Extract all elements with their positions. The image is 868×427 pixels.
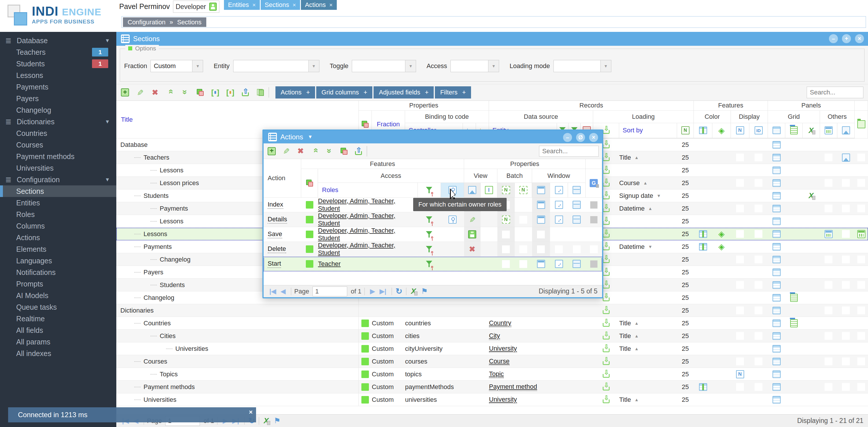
checkbox-cell[interactable] — [857, 153, 865, 161]
checkbox-cell[interactable] — [754, 141, 763, 149]
toolbar-button-adjusted-fields[interactable]: Adjusted fields+ — [374, 86, 434, 98]
group-header-grid2[interactable] — [785, 123, 803, 138]
flag-icon[interactable] — [421, 287, 429, 295]
checkbox-cell[interactable] — [754, 166, 763, 174]
checkbox-cell[interactable] — [857, 179, 865, 187]
key-icon[interactable] — [448, 216, 457, 224]
expand-icon[interactable] — [555, 201, 563, 209]
folder-icon[interactable] — [857, 120, 865, 128]
upload-button[interactable] — [241, 88, 249, 96]
header-gspacer[interactable] — [586, 159, 602, 169]
tree-title-cell[interactable]: Universities — [116, 393, 359, 406]
checkbox-cell[interactable] — [754, 370, 763, 378]
checkbox-cell[interactable] — [736, 281, 744, 289]
action-row[interactable]: DeleteDeveloper, Admin, Teacher, Student — [264, 242, 602, 257]
folderwin-icon[interactable] — [572, 216, 581, 224]
table-icon[interactable] — [773, 358, 781, 365]
checkbox-cell[interactable] — [736, 243, 744, 251]
header-win3[interactable] — [568, 183, 586, 198]
table-icon[interactable] — [773, 268, 781, 276]
coltable-icon[interactable] — [699, 126, 707, 134]
table-icon[interactable] — [773, 396, 781, 403]
checkbox-cell[interactable] — [736, 179, 744, 187]
combo-fraction[interactable]: Custom — [151, 60, 203, 72]
group-header-display2[interactable] — [749, 123, 768, 138]
checkbox-cell[interactable] — [842, 230, 850, 238]
sidebar-group-configuration[interactable]: ≣Configuration▼ — [0, 174, 116, 186]
checkbox-cell[interactable] — [842, 268, 850, 276]
roles-header-link[interactable]: Roles — [322, 186, 338, 194]
checkbox-cell[interactable] — [736, 217, 744, 225]
group-header-spacer[interactable] — [855, 101, 868, 111]
checkbox-cell[interactable] — [825, 358, 832, 365]
entity-link[interactable]: Country — [489, 319, 511, 328]
checkbox-cell[interactable] — [736, 166, 744, 174]
header-roles[interactable]: Roles — [318, 183, 418, 198]
page-input[interactable] — [312, 286, 347, 296]
fraction-header-link[interactable]: Fraction — [377, 120, 400, 128]
checkbox-cell[interactable] — [825, 153, 832, 161]
refresh-icon[interactable] — [395, 287, 403, 295]
copy-button[interactable] — [256, 88, 265, 96]
checkbox-cell[interactable] — [736, 332, 744, 340]
checkbox-cell[interactable] — [736, 307, 744, 314]
coltable-icon[interactable] — [699, 383, 707, 391]
sidebar-item-payment-methods[interactable]: Payment methods — [0, 151, 116, 162]
docn-icon[interactable] — [681, 126, 689, 135]
header-g-col[interactable] — [586, 169, 602, 198]
checkbox-cell[interactable] — [555, 245, 563, 253]
tray-icon[interactable] — [602, 396, 610, 404]
checkbox-cell[interactable] — [857, 243, 865, 251]
group-header-per-page[interactable] — [677, 123, 694, 138]
checkbox-cell[interactable] — [857, 307, 865, 314]
excel-icon[interactable] — [807, 126, 815, 135]
checkbox-cell[interactable] — [825, 319, 832, 327]
title-header-link[interactable]: Title — [121, 116, 133, 123]
sidebar-item-actions[interactable]: Actions — [0, 232, 116, 243]
tab-entities[interactable]: Entities× — [224, 0, 260, 10]
entity-link[interactable]: University — [489, 345, 517, 353]
action-name-link[interactable]: Index — [268, 201, 283, 209]
window-minimize-button[interactable]: – — [563, 133, 572, 142]
action-name-link[interactable]: Start — [268, 260, 281, 268]
group-header-loading[interactable]: Loading — [593, 111, 694, 123]
group-header-color2[interactable] — [712, 123, 731, 138]
header-batch[interactable]: Batch — [497, 169, 532, 183]
checkbox-cell[interactable] — [857, 192, 865, 200]
delete-button[interactable] — [151, 88, 159, 96]
group-header-data-source[interactable]: Data source — [489, 111, 593, 123]
roles-value[interactable]: Developer, Admin, Teacher, Student — [318, 227, 417, 241]
plus-icon[interactable]: + — [425, 89, 429, 96]
tab-close-icon[interactable]: × — [252, 2, 256, 8]
checkbox-cell[interactable] — [825, 166, 832, 174]
diamond-icon[interactable] — [717, 126, 726, 135]
tree-title-cell[interactable]: Topics — [116, 368, 359, 380]
tree-title-cell[interactable]: Payment methods — [116, 381, 359, 393]
move-down-button[interactable] — [181, 88, 189, 96]
checkbox-cell[interactable] — [754, 256, 763, 263]
group-header-others[interactable]: Others — [820, 111, 855, 123]
checkbox-cell[interactable] — [842, 358, 850, 365]
checkbox-cell[interactable] — [736, 358, 744, 365]
calendar-icon[interactable] — [825, 126, 833, 135]
checkbox-cell[interactable] — [857, 383, 865, 391]
checkbox-cell[interactable] — [754, 268, 763, 276]
checkbox-cell[interactable] — [842, 281, 850, 289]
filter-key-icon[interactable] — [425, 245, 433, 253]
checkbox-cell[interactable] — [825, 243, 832, 251]
table-icon[interactable] — [773, 192, 781, 200]
tree-title-cell[interactable]: Courses — [116, 355, 359, 368]
group-header-others2[interactable] — [837, 123, 855, 138]
tray-icon[interactable] — [602, 358, 610, 366]
id-icon[interactable] — [754, 126, 763, 135]
checkbox-cell[interactable] — [857, 358, 865, 365]
coltable-icon[interactable] — [699, 230, 707, 238]
add-button[interactable] — [268, 147, 276, 155]
header-state-col[interactable] — [301, 169, 318, 198]
header-win2[interactable] — [550, 183, 568, 198]
minimize-button[interactable]: – — [829, 34, 838, 43]
edit-button[interactable] — [282, 147, 290, 155]
checkbox-cell[interactable] — [736, 294, 744, 302]
move-up-button[interactable] — [166, 88, 174, 96]
table-row[interactable]: UniversitiesCustomcityUniversityUniversi… — [116, 342, 868, 355]
